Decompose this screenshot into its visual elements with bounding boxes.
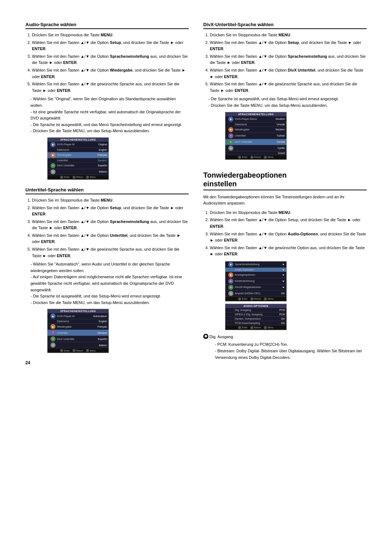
func-icon-u: F	[50, 336, 56, 341]
divx-steps-list: Drücken Sie im Stoppmodus die Taste MENU…	[203, 32, 367, 94]
screen-row-d5-highlighted: F DivX Untertitle Central	[225, 139, 286, 145]
untertitel-step-2: Wählen Sie mit den Tasten ▲/▼ die Option…	[32, 205, 189, 218]
screen-row-ao1: Dig. Ausgang PCM	[225, 308, 286, 312]
screen-footer-1: Enter Return Menu	[48, 175, 109, 179]
untertitel-notes-list: Wählen Sie "Automatisch", wenn Audio und…	[25, 261, 189, 306]
untertitel-step-5: Wählen Sie mit den Tasten ▲/▼ die gewüns…	[32, 246, 189, 259]
info-icon: ❶	[203, 334, 208, 339]
screen-row-3-highlighted: ▶ Wiedergabe Français	[48, 152, 109, 158]
left-column: Audio-Sprache wählen Drücken Sie im Stop…	[25, 22, 189, 365]
screen-row-ao4: PCM DownSampling Ein	[225, 321, 286, 325]
sub-icon-tm: K	[228, 279, 233, 284]
screen-divx: SPRACHENEINSTELLUNG ▶ DVD-Player-Menü De…	[225, 112, 287, 160]
section-title-untertitel: Untertitel-Sprache wählen	[25, 187, 189, 194]
func-icon-d: F	[228, 139, 233, 145]
screen-ton-top: ▶ Spracheneinstellung ► Audio-Optionen ►…	[225, 261, 287, 301]
sub-icon-u: T	[50, 330, 56, 335]
divx-step-2: Wählen Sie mit den Tasten ▲/▼ die Option…	[210, 40, 367, 52]
film-icon-d: ▶	[228, 127, 233, 132]
disc-icon-u: ▶	[50, 313, 56, 319]
section-title-tonwiedergabe: Tonwiedergabeoptioneneinstellen	[203, 171, 367, 190]
setup-icon: S	[50, 169, 56, 174]
audio-note-3: Die Sprache ist ausgewählt, und das Menü…	[30, 122, 189, 128]
screen-header-2: SPRACHENEINSTELLUNG	[48, 309, 109, 313]
audio-note-1: Wählen Sie "Original", wenn Sie den Orig…	[30, 96, 189, 109]
screen-row-d2: Diskmenü Urnode	[225, 122, 286, 127]
untertitel-note-4: Drücken Sie die Taste MENU, um das Setup…	[30, 300, 189, 306]
untertitel-steps-list: Drücken Sie im Stoppmodus die Taste MENU…	[25, 197, 189, 259]
screen-row-tm1: ▶ Spracheneinstellung ►	[225, 262, 286, 268]
film-icon: ▶	[50, 153, 56, 158]
untertitel-note-2: Auf einigen Datenträgern sind möglicherw…	[30, 274, 189, 293]
screen-untertitel: SPRACHENEINSTELLUNG ▶ DVD-Player-M Autom…	[47, 309, 109, 353]
setup-icon-u: S	[50, 343, 56, 348]
screen-header-divx: SPRACHENEINSTELLUNG	[225, 112, 286, 116]
screen-row-6: S Italiano	[48, 169, 109, 175]
audio-step-2: Wählen Sie mit den Tasten ▲/▼ die Option…	[32, 40, 189, 52]
screen-row-u4-highlighted: T Untertitel Deutsch	[48, 330, 109, 336]
screen-row-4: Untertitel Deutsch	[48, 158, 109, 163]
screen-row-d6: S Cyrillic	[225, 145, 286, 151]
screen-row-u2: Diskmenü English	[48, 319, 109, 324]
ton-step-1: Drücken Sie im Stoppmodus die Taste MENU…	[210, 210, 367, 216]
screen-header-audio: AUDIO-OPTIONEN	[225, 304, 286, 308]
audio-steps-list: Drücken Sie im Stoppmodus die Taste MENU…	[25, 32, 189, 94]
screen-row-2: Diskmenü English	[48, 148, 109, 152]
screen-row-tm5: D DivXR-Registrationen ►	[225, 284, 286, 291]
ton-step-2: Wählen Sie mit den Tasten ▲/▼ die Option…	[210, 217, 367, 230]
ton-step-4: Wählen Sie mit den Tasten ▲/▼ die gewüns…	[210, 245, 367, 258]
screen-footer-audio: Enter Return Menu	[225, 325, 286, 330]
screen-row-1: ▶ DVD-Player-M Original	[48, 142, 109, 148]
audio-step-5: Wählen Sie mit den Tasten ▲/▼ die gewüns…	[32, 81, 189, 94]
film-icon-tm: ▶	[228, 272, 233, 278]
ton-note-1: PCM: Konvertierung zu PCM(2CH)-Ton.	[215, 341, 367, 348]
divx-note-2: Drücken Sie die Taste MENU, um das Setup…	[208, 102, 367, 109]
setup-icon-tm: S	[228, 291, 233, 296]
section-divx: DivX-Untertitel-Sprache wählen Drücken S…	[203, 22, 367, 160]
screen-row-tm2-highlighted: Audio-Optionen ►	[225, 268, 286, 272]
screen-row-u1: ▶ DVD-Player-M Automatisch	[48, 313, 109, 319]
screen-row-d7: Greek	[225, 151, 286, 155]
section-audio-sprache: Audio-Sprache wählen Drücken Sie im Stop…	[25, 22, 189, 180]
divx-step-1: Drücken Sie im Stoppmodus die Taste MENU…	[210, 32, 367, 39]
func-icon: F	[50, 163, 56, 168]
func-icon-tm: D	[228, 285, 233, 290]
ton-note-2: Bitstream: Dolby Digital- Bitstream über…	[215, 348, 367, 361]
screen-row-d3: ▶ Wiedergabe Western	[225, 127, 286, 133]
ton-note-title: ❶ Dig. Ausgang	[203, 334, 367, 340]
divx-step-4: Wählen Sie mit den Tasten ▲/▼ die Option…	[210, 67, 367, 80]
setup-icon-d: S	[228, 146, 233, 151]
section-title-audio: Audio-Sprache wählen	[25, 22, 189, 29]
tonwiedergabe-intro: Mit den Tonwiedergabeoptionen können Sie…	[203, 194, 367, 207]
screen-row-d1: ▶ DVD-Player-Menü Deutsch	[225, 116, 286, 122]
section-tonwiedergabe: Tonwiedergabeoptioneneinstellen Mit den …	[203, 171, 367, 361]
audio-step-4: Wählen Sie mit den Tasten ▲/▼ die Option…	[32, 67, 189, 80]
disc-icon-d: ▶	[228, 117, 233, 122]
film-icon-u: ▶	[50, 324, 56, 329]
untertitel-step-1: Drücken Sie im Stoppmodus die Taste MENU…	[32, 197, 189, 204]
screen-row-tm3: ▶ Anzeigeoptionen ►	[225, 272, 286, 278]
divx-step-3: Wählen Sie mit den Tasten ▲/▼ die Option…	[210, 53, 367, 66]
screen-audio-sprache: SPRACHENEINSTELLUNG ▶ DVD-Player-M Origi…	[47, 137, 109, 180]
untertitel-note-1: Wählen Sie "Automatisch", wenn Audio und…	[30, 261, 189, 274]
divx-notes-list: Die Sprache ist ausgewählt, und das Setu…	[203, 96, 367, 109]
screen-footer-2: Enter Return Menu	[48, 348, 109, 353]
page-content: Audio-Sprache wählen Drücken Sie im Stop…	[25, 22, 367, 365]
screen-ton-bottom: AUDIO-OPTIONEN Dig. Ausgang PCM MPEG-2 D…	[225, 304, 287, 330]
screen-row-ao2: MPEG-2 Dig.-Ausgang PCM	[225, 312, 286, 317]
screen-row-d4: T Untertitel Turkish	[225, 133, 286, 139]
screen-footer-tm: Enter Return Menu	[225, 297, 286, 301]
right-column: DivX-Untertitel-Sprache wählen Drücken S…	[203, 22, 367, 365]
tonwiedergabe-steps-list: Drücken Sie im Stoppmodus die Taste MENU…	[203, 210, 367, 258]
screen-row-u3: ▶ Wiedergabe Français	[48, 324, 109, 330]
audio-notes-list: Wählen Sie "Original", wenn Sie den Orig…	[25, 96, 189, 134]
ton-notes-section: ❶ Dig. Ausgang PCM: Konvertierung zu PCM…	[203, 334, 367, 361]
disc-icon: ▶	[50, 142, 56, 147]
screen-footer-divx: Enter Return Menu	[225, 155, 286, 159]
audio-step-1: Drücken Sie im Stoppmodus die Taste MENU…	[32, 32, 189, 39]
screen-row-5: F DivX Untertitle Español	[48, 163, 109, 169]
divx-note-1: Die Sprache ist ausgewählt, und das Setu…	[208, 96, 367, 102]
disc-icon-tm: ▶	[228, 262, 233, 267]
audio-step-3: Wählen Sie mit den Tasten ▲/▼ die Option…	[32, 53, 189, 66]
sub-icon-d: T	[228, 133, 233, 138]
